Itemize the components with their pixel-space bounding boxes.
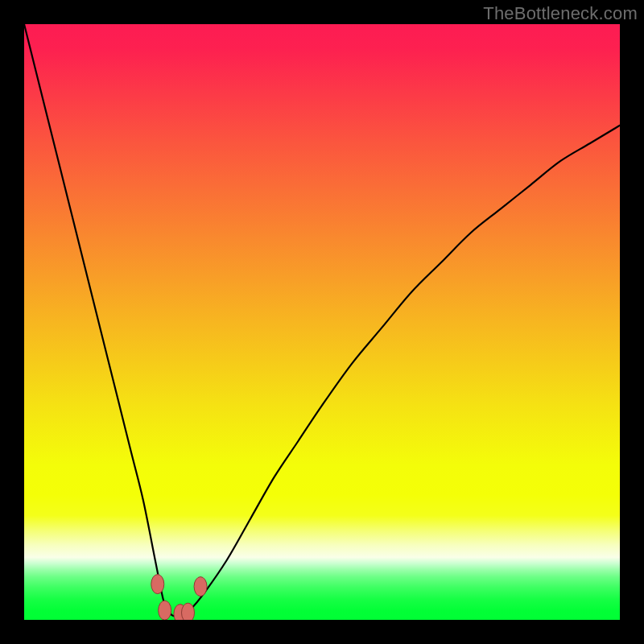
- source-label: TheBottleneck.com: [483, 3, 638, 24]
- curve-marker: [182, 603, 195, 620]
- curve-marker: [159, 601, 171, 620]
- curve-marker: [151, 575, 164, 594]
- chart-frame: TheBottleneck.com: [0, 0, 644, 644]
- bottleneck-curve: [24, 24, 620, 617]
- curve-marker: [194, 577, 207, 597]
- curve-markers: [151, 575, 207, 620]
- curve-layer: [24, 24, 620, 620]
- plot-area: [24, 24, 620, 620]
